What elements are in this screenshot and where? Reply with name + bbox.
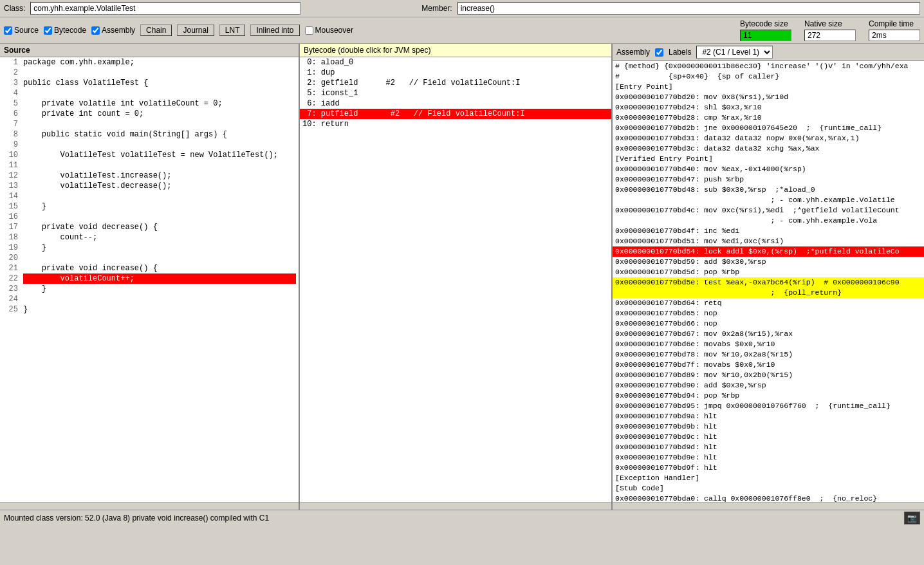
line-number: 3 xyxy=(3,78,18,88)
inlined-button[interactable]: Inlined into xyxy=(250,24,299,36)
source-header: Source xyxy=(0,44,299,57)
bytecode-checkbox[interactable] xyxy=(44,26,52,35)
line-content xyxy=(23,68,296,78)
table-row: 6 private int count = 0; xyxy=(0,109,299,119)
table-row: 12 volatileTest.increase(); xyxy=(0,171,299,181)
source-content[interactable]: 1package com.yhh.example;23public class … xyxy=(0,57,299,502)
table-row: 4 xyxy=(0,88,299,98)
camera-icon[interactable]: 📷 xyxy=(904,512,920,524)
class-label: Class: xyxy=(4,4,25,13)
table-row: 10: return xyxy=(300,119,611,129)
list-item: 0x000000010770bd89: mov %r10,0x2b0(%r15) xyxy=(613,370,924,380)
list-item: 0x000000010770bd48: sub $0x30,%rsp ;*alo… xyxy=(613,185,924,195)
line-number: 4 xyxy=(3,88,18,98)
table-row: 20 xyxy=(0,253,299,263)
table-row: 23 } xyxy=(0,284,299,294)
line-content xyxy=(23,119,296,129)
table-row: 8 public static void main(String[] args)… xyxy=(0,129,299,140)
line-content: public static void main(String[] args) { xyxy=(23,129,296,140)
bytecode-scrollbar[interactable] xyxy=(300,502,611,510)
list-item: 0x000000010770bd5d: pop %rbp xyxy=(613,267,924,277)
line-number: 1 xyxy=(3,57,18,68)
assembly-header: Assembly Labels #2 (C1 / Level 1) xyxy=(613,44,924,61)
toolbar-row: Source Bytecode Assembly Chain Journal L… xyxy=(0,17,924,44)
list-item: 0x000000010770bd64: retq xyxy=(613,298,924,308)
table-row: 7: putfield #2 // Field volatileCount:I xyxy=(300,109,611,119)
line-content: } xyxy=(23,284,296,294)
line-number: 12 xyxy=(3,171,18,181)
bytecode-panel: Bytecode (double click for JVM spec) 0: … xyxy=(300,44,613,510)
list-item: 0x000000010770bd95: jmpq 0x000000010766f… xyxy=(613,401,924,411)
assembly-panel: Assembly Labels #2 (C1 / Level 1) # {met… xyxy=(613,44,924,510)
list-item: 0x000000010770bd47: push %rbp xyxy=(613,174,924,185)
bytecode-content[interactable]: 0: aload_0 1: dup 2: getfield #2 // Fiel… xyxy=(300,57,611,502)
assembly-checkbox-group: Assembly xyxy=(91,26,135,35)
native-size-label: Native size xyxy=(804,19,856,28)
assembly-content[interactable]: # {method} {0x00000000011b86ec30} 'incre… xyxy=(613,61,924,502)
line-content xyxy=(23,88,296,98)
line-content xyxy=(23,212,296,222)
list-item: 0x000000010770bd9f: hlt xyxy=(613,463,924,473)
table-row: 0: aload_0 xyxy=(300,57,611,68)
line-content: private int count = 0; xyxy=(23,109,296,119)
table-row: 17 private void decrease() { xyxy=(0,222,299,232)
line-number: 19 xyxy=(3,243,18,253)
line-number: 21 xyxy=(3,263,18,273)
bytecode-header: Bytecode (double click for JVM spec) xyxy=(300,44,611,57)
list-item: 0x000000010770bd65: nop xyxy=(613,308,924,319)
line-content: private void decrease() { xyxy=(23,222,296,232)
list-item: 0x000000010770bd9b: hlt xyxy=(613,421,924,432)
list-item: [Stub Code] xyxy=(613,483,924,494)
list-item: 0x000000010770bd9a: hlt xyxy=(613,411,924,421)
list-item: 0x000000010770bd94: pop %rbp xyxy=(613,391,924,401)
source-label: Source xyxy=(14,26,39,35)
table-row: 5 private volatile int volatileCount = 0… xyxy=(0,98,299,109)
journal-button[interactable]: Journal xyxy=(177,24,214,36)
source-checkbox[interactable] xyxy=(4,26,12,35)
list-item: 0x000000010770bd66: nop xyxy=(613,319,924,329)
assembly-checkbox[interactable] xyxy=(91,26,100,35)
line-content xyxy=(23,191,296,201)
list-item: 0x000000010770bd31: data32 data32 nopw 0… xyxy=(613,133,924,144)
table-row: 15 } xyxy=(0,201,299,212)
table-row: 25} xyxy=(0,304,299,315)
list-item: 0x000000010770bd40: mov %eax,-0x14000(%r… xyxy=(613,164,924,174)
line-number: 22 xyxy=(3,273,18,284)
line-number: 9 xyxy=(3,140,18,150)
table-row: 19 } xyxy=(0,243,299,253)
status-text: Mounted class version: 52.0 (Java 8) pri… xyxy=(4,514,269,523)
labels-label: Labels xyxy=(669,48,691,57)
compile-time-value: 2ms xyxy=(869,30,920,41)
list-item: 0x000000010770bd24: shl $0x3,%r10 xyxy=(613,102,924,113)
list-item: ; - com.yhh.example.Vola xyxy=(613,216,924,226)
line-number: 5 xyxy=(3,98,18,109)
labels-checkbox[interactable] xyxy=(655,48,663,57)
table-row: 16 xyxy=(0,212,299,222)
class-input[interactable] xyxy=(30,2,300,15)
compile-time-label: Compile time xyxy=(869,19,920,28)
line-content: private void increase() { xyxy=(23,263,296,273)
list-item: ; {poll_return} xyxy=(613,288,924,298)
list-item: 0x000000010770bd2b: jne 0x000000107645e2… xyxy=(613,123,924,133)
line-content: volatileTest.decrease(); xyxy=(23,181,296,191)
list-item: 0x000000010770bd20: mov 0x8(%rsi),%r10d xyxy=(613,92,924,102)
source-scrollbar[interactable] xyxy=(0,502,299,510)
line-number: 11 xyxy=(3,160,18,171)
member-label: Member: xyxy=(421,4,452,13)
chain-button[interactable]: Chain xyxy=(140,24,172,36)
table-row: 1: dup xyxy=(300,68,611,78)
lnt-button[interactable]: LNT xyxy=(219,24,246,36)
member-input[interactable] xyxy=(457,2,920,15)
assembly-scrollbar[interactable] xyxy=(613,502,924,510)
line-number: 24 xyxy=(3,294,18,304)
source-panel: Source 1package com.yhh.example;23public… xyxy=(0,44,300,510)
bytecode-checkbox-group: Bytecode xyxy=(44,26,86,35)
line-number: 13 xyxy=(3,181,18,191)
mouseover-checkbox[interactable] xyxy=(305,26,313,35)
table-row: 18 count--; xyxy=(0,232,299,243)
level-dropdown[interactable]: #2 (C1 / Level 1) xyxy=(696,46,773,59)
native-size-value: 272 xyxy=(804,30,856,41)
table-row: 5: iconst_1 xyxy=(300,88,611,98)
list-item: 0x000000010770bd9c: hlt xyxy=(613,432,924,442)
list-item: # {sp+0x40} {sp of caller} xyxy=(613,71,924,82)
